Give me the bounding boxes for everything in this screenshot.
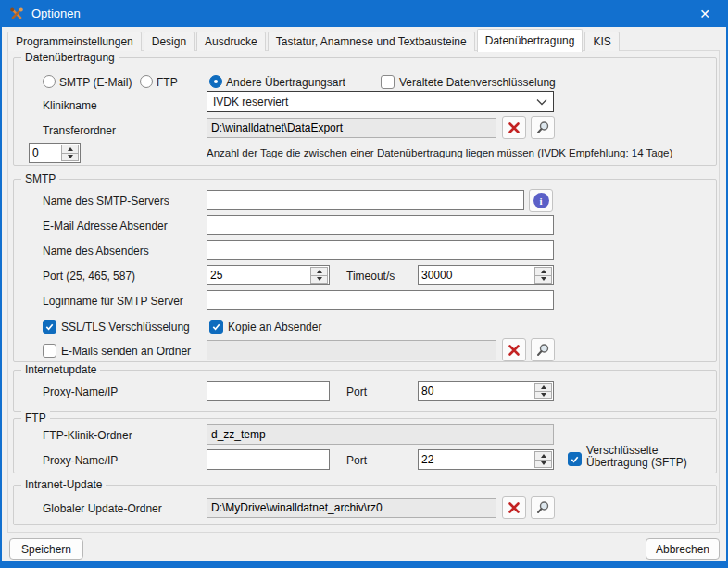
globaler-update-ordner-field: D:\MyDrive\winalldatnet_archiv\rz0 [207,498,496,518]
tage-hint-label: Anzahl der Tage die zwischen einer Daten… [207,146,672,159]
radio-ftp[interactable] [140,75,153,88]
group-internetupdate: Internetupdate Proxy-Name/IP Port [13,370,717,412]
tage-input[interactable] [30,144,60,162]
window-border-left [0,0,2,568]
cancel-button[interactable]: Abbrechen [646,538,720,560]
name-absender-label: Name des Absenders [43,245,149,258]
globaler-update-clear-button[interactable] [502,496,526,519]
loginname-label: Loginname für SMTP Server [43,295,183,308]
radio-smtp-email[interactable] [43,75,56,88]
tage-spin-down[interactable] [62,153,78,161]
inet-port-input[interactable] [419,382,533,400]
transferordner-clear-button[interactable] [502,116,526,139]
timeout-spin-buttons [534,267,552,284]
inet-port-spinner [418,381,554,401]
ftp-port-label: Port [346,454,367,467]
ftp-port-spin-up[interactable] [535,452,551,460]
checkbox-veraltete-datenverschluesselung[interactable] [381,75,395,89]
tab-programmeinstellungen[interactable]: Programmeinstellungen [7,32,142,51]
checkbox-kopie-absender-label: Kopie an Absender [228,321,321,334]
window-border-bottom [0,561,728,568]
tab-tastatur-anamnese[interactable]: Tastatur, Anamnese und Textbausteine [268,32,475,51]
group-intranet-update: Intranet-Update Globaler Update-Ordner D… [13,485,717,525]
smtp-port-spin-buttons [310,267,328,284]
checkbox-sftp-label: Verschlüsselte Übertragung (SFTP) [586,445,721,469]
group-title: Internetupdate [21,363,100,377]
inet-proxy-input[interactable] [207,381,330,401]
tab-kis[interactable]: KIS [584,32,619,51]
timeout-label: Timeout/s [346,270,395,283]
group-smtp: SMTP Name des SMTP-Servers i E-Mail Adre… [13,179,717,362]
tools-icon [9,6,24,21]
klinikname-value: IVDK reserviert [213,95,288,108]
checkbox-ssl-tls[interactable] [43,320,56,334]
timeout-spinner [418,265,554,285]
email-absender-input[interactable] [207,215,554,235]
klinikname-select[interactable]: IVDK reserviert [207,91,554,112]
check-icon [211,322,221,332]
ftp-port-input[interactable] [419,450,533,469]
globaler-update-browse-button[interactable] [531,496,555,519]
checkbox-sftp[interactable] [568,452,582,466]
tage-spin-up[interactable] [62,145,78,153]
ftp-port-spinner [418,449,554,470]
loginname-input[interactable] [207,290,554,310]
ftp-proxy-label: Proxy-Name/IP [43,454,118,467]
info-icon: i [533,193,549,208]
tab-design[interactable]: Design [144,32,195,51]
timeout-spin-down[interactable] [535,275,551,284]
checkbox-veraltete-label: Veraltete Datenverschlüsselung [399,76,556,89]
smtp-port-spin-down[interactable] [311,275,327,284]
group-title: Intranet-Update [21,478,106,492]
radio-andere-uebertragungsart-label: Andere Übertragungsart [226,76,345,89]
save-button[interactable]: Speichern [9,538,83,560]
ftp-port-spin-down[interactable] [535,460,551,468]
red-x-icon [508,501,521,514]
smtp-port-spin-up[interactable] [311,268,327,275]
smtp-server-input[interactable] [207,190,524,210]
emails-ordner-field [207,340,496,360]
checkbox-ssl-tls-label: SSL/TLS Verschlüsselung [61,321,190,334]
emails-ordner-clear-button[interactable] [502,338,526,361]
emails-ordner-browse-button[interactable] [531,338,555,361]
magnifier-icon [535,120,550,135]
radio-ftp-label: FTP [157,76,178,89]
group-datenuebertragung: Datenübertragung SMTP (E-Mail) FTP Ander… [13,57,717,166]
transferordner-browse-button[interactable] [531,116,555,139]
radio-smtp-email-label: SMTP (E-Mail) [59,76,132,89]
checkbox-kopie-absender[interactable] [209,320,223,334]
red-x-icon [508,121,521,134]
transferordner-label: Transferordner [43,124,116,137]
smtp-port-label: Port (25, 465, 587) [43,270,135,283]
title-bar: Optionen ✕ [0,0,728,27]
group-title: SMTP [21,172,59,186]
globaler-update-ordner-label: Globaler Update-Ordner [43,502,162,515]
inet-port-spin-up[interactable] [535,384,551,391]
timeout-input[interactable] [419,266,533,284]
checkbox-emails-ordner[interactable] [43,344,56,358]
group-ftp: FTP FTP-Klinik-Ordner d_zz_temp Proxy-Na… [13,418,717,473]
red-x-icon [508,344,521,357]
smtp-server-info-button[interactable]: i [529,189,553,212]
tab-datenuebertragung[interactable]: Datenübertragung [477,29,584,52]
checkbox-emails-ordner-label: E-Mails senden an Ordner [61,345,191,358]
ftp-klinik-ordner-field: d_zz_temp [207,424,554,445]
smtp-port-input[interactable] [207,266,309,284]
tab-strip: Programmeinstellungen Design Ausdrucke T… [7,29,621,51]
magnifier-icon [535,343,550,358]
email-absender-label: E-Mail Adresse Absender [43,220,168,233]
close-button[interactable]: ✕ [689,4,721,23]
ftp-port-spin-buttons [534,451,552,468]
smtp-port-spinner [207,265,330,285]
tab-ausdrucke[interactable]: Ausdrucke [196,32,266,51]
inet-port-spin-buttons [534,383,552,399]
check-icon [44,322,55,332]
smtp-server-label: Name des SMTP-Servers [43,195,169,208]
radio-andere-uebertragungsart[interactable] [209,75,222,88]
magnifier-icon [535,500,550,515]
name-absender-input[interactable] [207,240,554,260]
timeout-spin-up[interactable] [535,268,551,275]
inet-proxy-label: Proxy-Name/IP [43,385,118,398]
ftp-proxy-input[interactable] [207,449,330,470]
inet-port-spin-down[interactable] [535,391,551,399]
